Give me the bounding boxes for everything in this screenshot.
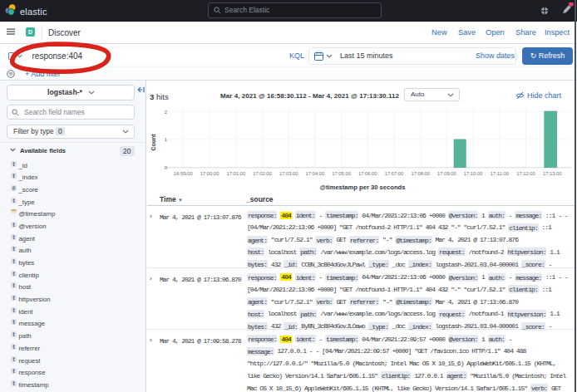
svg-text:17:12:00: 17:12:00 — [516, 171, 535, 176]
svg-text:Count: Count — [150, 134, 156, 151]
svg-text:17:01:00: 17:01:00 — [227, 171, 246, 176]
svg-text:17:00:00: 17:00:00 — [200, 171, 219, 176]
svg-text:17:11:00: 17:11:00 — [491, 171, 509, 176]
svg-text:17:10:00: 17:10:00 — [464, 171, 483, 176]
svg-text:16:59:00: 16:59:00 — [174, 171, 193, 176]
svg-text:17:05:00: 17:05:00 — [332, 171, 351, 176]
svg-text:17:04:00: 17:04:00 — [306, 171, 325, 176]
svg-text:17:09:00: 17:09:00 — [437, 171, 456, 176]
svg-text:@timestamp per 30 seconds: @timestamp per 30 seconds — [320, 184, 406, 191]
svg-text:17:13:00: 17:13:00 — [543, 171, 562, 176]
svg-text:17:07:00: 17:07:00 — [385, 171, 404, 176]
svg-text:17:08:00: 17:08:00 — [411, 171, 430, 176]
svg-text:17:03:00: 17:03:00 — [279, 171, 298, 176]
svg-text:17:06:00: 17:06:00 — [358, 171, 377, 176]
svg-text:17:02:00: 17:02:00 — [253, 171, 272, 176]
